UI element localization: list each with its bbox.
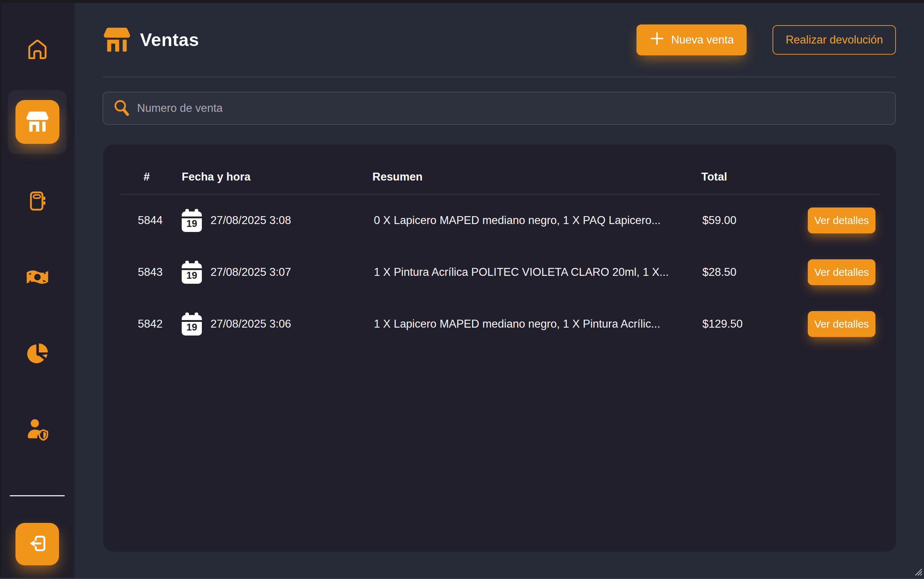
- table-row: 5842 19 27/08/2025 3:06 1 X Lapicero MAP…: [103, 298, 896, 350]
- calendar-icon: 19: [182, 261, 202, 284]
- sale-total: $59.00: [702, 214, 737, 227]
- search-input[interactable]: [136, 101, 886, 115]
- sales-table-card: # Fecha y hora Resumen Total 5844 19 27/…: [103, 145, 896, 552]
- app-window: Ventas Nueva venta Realizar devolución: [0, 0, 924, 579]
- calendar-day: 19: [182, 270, 202, 281]
- sidebar-item-home[interactable]: [0, 38, 74, 61]
- user-shield-icon: [26, 417, 49, 441]
- logout-button[interactable]: [15, 523, 59, 565]
- refund-button[interactable]: Realizar devolución: [773, 25, 896, 55]
- sidebar-item-money[interactable]: [0, 268, 74, 286]
- view-details-button[interactable]: Ver detalles: [808, 311, 875, 337]
- calendar-day: 19: [182, 218, 202, 229]
- new-sale-button[interactable]: Nueva venta: [637, 25, 747, 56]
- sale-id: 5843: [138, 266, 163, 279]
- view-details-button[interactable]: Ver detalles: [808, 208, 875, 233]
- calendar-icon: 19: [182, 209, 202, 232]
- table-row: 5843 19 27/08/2025 3:07 1 X Pintura Acrí…: [103, 246, 896, 298]
- calendar-day: 19: [182, 322, 202, 333]
- column-header-date: Fecha y hora: [182, 170, 251, 183]
- header-divider: [103, 77, 896, 77]
- sidebar-item-sales[interactable]: [15, 100, 59, 144]
- window-left-edge: [0, 0, 2, 579]
- sale-datetime: 27/08/2025 3:06: [210, 317, 291, 330]
- table-row: 5844 19 27/08/2025 3:08 0 X Lapicero MAP…: [103, 195, 896, 246]
- pie-chart-icon: [26, 342, 49, 365]
- plus-icon: [649, 31, 665, 49]
- logout-icon: [26, 532, 49, 556]
- table-header: # Fecha y hora Resumen Total: [103, 145, 896, 194]
- sidebar-item-sales-active: [8, 90, 67, 154]
- sale-total: $28.50: [702, 266, 737, 279]
- column-header-total: Total: [701, 170, 727, 183]
- new-sale-label: Nueva venta: [671, 33, 734, 46]
- sidebar: [0, 3, 74, 579]
- sale-total: $129.50: [702, 317, 743, 330]
- store-title-icon: [103, 26, 131, 54]
- sale-summary: 0 X Lapicero MAPED mediano negro, 1 X PA…: [374, 214, 660, 227]
- sale-summary: 1 X Pintura Acrílica POLITEC VIOLETA CLA…: [374, 266, 669, 279]
- sale-datetime: 27/08/2025 3:07: [210, 266, 291, 279]
- search-bar: [103, 92, 896, 125]
- money-icon: [25, 268, 50, 286]
- column-header-summary: Resumen: [372, 170, 423, 183]
- sidebar-item-users[interactable]: [0, 417, 74, 441]
- resize-grip[interactable]: [912, 565, 922, 577]
- page-header: Ventas Nueva venta Realizar devolución: [103, 3, 896, 77]
- view-details-button[interactable]: Ver detalles: [808, 259, 875, 285]
- sale-id: 5844: [138, 214, 163, 227]
- column-header-id: #: [144, 170, 150, 183]
- sidebar-item-reports[interactable]: [0, 342, 74, 365]
- notebook-icon: [26, 190, 49, 213]
- main-content: Ventas Nueva venta Realizar devolución: [74, 3, 924, 579]
- search-icon: [113, 98, 131, 118]
- table-body: 5844 19 27/08/2025 3:08 0 X Lapicero MAP…: [103, 195, 896, 552]
- sale-id: 5842: [138, 317, 163, 330]
- window-top-edge: [0, 0, 924, 3]
- calendar-icon: 19: [182, 312, 202, 335]
- sale-datetime: 27/08/2025 3:08: [210, 214, 291, 227]
- sidebar-divider: [10, 495, 65, 496]
- store-icon: [26, 110, 49, 134]
- sale-summary: 1 X Lapicero MAPED mediano negro, 1 X Pi…: [374, 317, 660, 330]
- page-title: Ventas: [140, 29, 199, 50]
- sidebar-item-notebook[interactable]: [0, 190, 74, 213]
- home-icon: [26, 38, 49, 61]
